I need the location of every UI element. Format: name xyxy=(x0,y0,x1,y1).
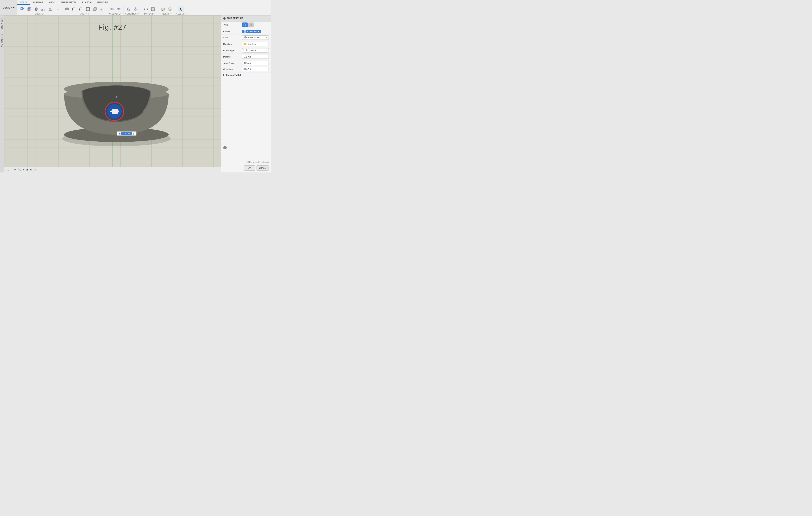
extent-type-value: Distance ▾ xyxy=(242,48,269,53)
tab-sheet-metal[interactable]: SHEET METAL xyxy=(58,0,79,5)
profile-plane-icon xyxy=(243,36,246,39)
taper-angle-label: Taper Angle xyxy=(223,62,241,64)
assemble-label[interactable]: ASSEMBLE▾ xyxy=(109,13,121,15)
start-label: Start xyxy=(223,36,241,39)
sweep-btn[interactable] xyxy=(40,6,47,12)
view-cube-icon[interactable]: ⊡ xyxy=(34,168,36,171)
extent-type-dropdown-arrow: ▾ xyxy=(266,49,267,52)
ok-button[interactable]: OK xyxy=(244,165,255,170)
tab-plastic[interactable]: PLASTIC xyxy=(79,0,95,5)
zoom-dropdown-icon[interactable]: ⊕ xyxy=(23,168,24,171)
distance-label: Distance xyxy=(223,56,241,58)
svg-marker-61 xyxy=(243,36,246,38)
decal-btn[interactable]: IMG xyxy=(167,6,173,12)
loft-btn[interactable] xyxy=(47,6,53,12)
select-label[interactable]: SELECT▾ xyxy=(176,13,186,15)
measure-btn[interactable] xyxy=(143,6,149,12)
operation-label: Operation xyxy=(223,68,241,70)
svg-rect-54 xyxy=(244,24,246,26)
tab-utilities[interactable]: UTILITIES xyxy=(95,0,111,5)
direction-label: Direction xyxy=(223,43,241,45)
design-button[interactable]: DESIGN ▾ xyxy=(0,0,18,15)
grid-icon[interactable]: ⊞ xyxy=(30,168,32,171)
revolve-btn[interactable] xyxy=(33,6,39,12)
tab-mesh[interactable]: MESH xyxy=(46,0,58,5)
profiles-count: 2 selected xyxy=(247,30,257,32)
construct-label[interactable]: CONSTRUCT▾ xyxy=(125,13,139,15)
create-section: CREATE▾ xyxy=(18,5,62,16)
svg-rect-16 xyxy=(87,8,89,10)
left-panel: BROWSER COMMENTS xyxy=(0,16,4,172)
zoom-icon[interactable]: 🔍 xyxy=(18,168,21,171)
as-built-joint-btn[interactable] xyxy=(115,6,122,12)
svg-point-6 xyxy=(35,7,37,11)
svg-marker-20 xyxy=(101,10,103,11)
combine-btn[interactable] xyxy=(92,6,98,12)
profiles-clear-btn[interactable]: ✕ xyxy=(257,30,259,33)
svg-marker-21 xyxy=(100,8,101,10)
type-btn-1[interactable] xyxy=(242,23,248,27)
tab-strip: SOLID SURFACE MESH SHEET METAL PLASTIC U… xyxy=(18,0,271,5)
objects-to-cut-row[interactable]: Objects To Cut xyxy=(221,73,271,78)
svg-marker-22 xyxy=(103,8,104,10)
3d-model-svg xyxy=(47,40,186,152)
operation-dropdown[interactable]: Cut ▾ xyxy=(242,67,269,71)
press-pull-btn[interactable] xyxy=(64,6,70,12)
modify-label[interactable]: MODIFY▾ xyxy=(80,13,89,15)
distance-input[interactable]: -1.5 mm xyxy=(242,55,269,59)
create-label[interactable]: CREATE▾ xyxy=(35,13,44,15)
distance-icon xyxy=(243,49,246,52)
type-value xyxy=(242,23,269,27)
move-btn[interactable] xyxy=(98,6,105,12)
viewport[interactable]: Fig. #27 xyxy=(4,16,221,167)
construct-section: CONSTRUCT▾ xyxy=(124,5,141,16)
fillet-btn[interactable] xyxy=(71,6,77,12)
taper-angle-input[interactable]: 0.0 deg xyxy=(242,61,269,65)
operation-row: Operation Cut ▾ xyxy=(221,66,271,73)
distance-row: Distance -1.5 mm xyxy=(221,54,271,60)
home-view-icon[interactable]: ⌂ xyxy=(7,169,9,171)
insert-label[interactable]: INSERT▾ xyxy=(162,13,171,15)
inspect-label[interactable]: INSPECT▾ xyxy=(144,13,154,15)
section-analysis-btn[interactable] xyxy=(150,6,156,12)
info-icon[interactable]: i xyxy=(223,146,227,150)
extrude-btn[interactable] xyxy=(26,6,32,12)
svg-point-10 xyxy=(57,9,58,9)
offset-plane-btn[interactable] xyxy=(125,6,132,12)
panel-header-dot xyxy=(223,17,226,20)
svg-rect-26 xyxy=(117,8,119,10)
insert-canvas-btn[interactable] xyxy=(160,6,166,12)
profiles-row: Profiles 2 selected ✕ xyxy=(221,28,271,34)
select-btn[interactable] xyxy=(178,6,184,12)
orbit-icon[interactable]: ↺ xyxy=(11,168,12,171)
design-label: DESIGN xyxy=(3,6,12,9)
svg-rect-58 xyxy=(251,24,252,26)
direction-value: One Side ▾ xyxy=(242,42,269,46)
offset-plane2-btn[interactable] xyxy=(133,6,139,12)
measurement-more-icon[interactable]: ⋮ xyxy=(133,132,135,135)
extent-type-dropdown[interactable]: Distance ▾ xyxy=(242,48,269,53)
browser-tab[interactable]: BROWSER xyxy=(0,16,4,32)
chamfer-btn[interactable] xyxy=(78,6,84,12)
svg-rect-18 xyxy=(94,7,96,10)
display-mode-icon[interactable]: ▣ xyxy=(26,168,28,171)
more-create-btn[interactable] xyxy=(54,6,60,12)
extent-type-value-text: Distance xyxy=(248,49,256,52)
comments-tab[interactable]: COMMENTS xyxy=(0,32,4,49)
pan-icon[interactable]: ✥ xyxy=(14,168,16,171)
shell-btn[interactable] xyxy=(85,6,91,12)
select-section: SELECT▾ xyxy=(175,5,187,16)
joint-btn[interactable] xyxy=(109,6,115,12)
start-dropdown[interactable]: Profile Plane ▾ xyxy=(242,35,269,40)
create-new-component-btn[interactable] xyxy=(19,6,26,12)
svg-text:IMG: IMG xyxy=(169,8,172,10)
status-left-icons: ⌂ ↺ ✥ 🔍 ⊕ ▣ ⊞ ⊡ xyxy=(7,168,36,171)
tab-solid[interactable]: SOLID xyxy=(18,0,30,5)
start-row: Start Profile Plane ▾ xyxy=(221,34,271,41)
svg-marker-31 xyxy=(134,8,138,10)
type-btn-2[interactable] xyxy=(249,23,254,27)
modify-section: MODIFY▾ xyxy=(62,5,107,16)
tab-surface[interactable]: SURFACE xyxy=(30,0,46,5)
direction-dropdown[interactable]: One Side ▾ xyxy=(242,42,269,46)
cancel-button[interactable]: Cancel xyxy=(257,165,269,170)
